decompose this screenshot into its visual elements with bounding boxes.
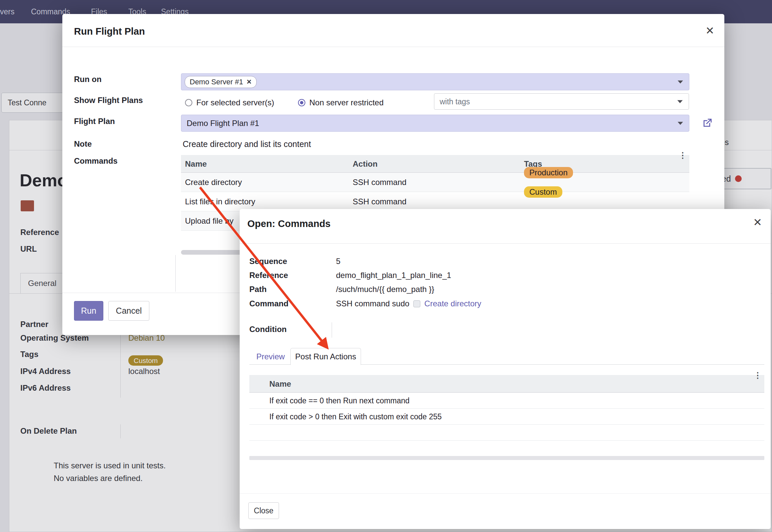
close-icon[interactable]: ✕ [753,217,762,228]
condition-field-rule [332,322,332,338]
radio-non-server-restricted-label[interactable]: Non server restricted [309,97,384,108]
modal-header-divider [62,47,724,47]
row-name: Create directory [185,173,242,192]
table-row-empty [249,425,764,441]
close-icon[interactable]: ✕ [705,25,714,36]
table-row[interactable]: If exit code > 0 then Exit with custom e… [249,409,764,425]
modal-footer-divider [240,493,771,494]
modal-header-divider [240,243,771,244]
note-label: Note [74,139,92,149]
radio-for-selected-servers-label[interactable]: For selected server(s) [196,97,274,108]
col-name: Name [269,375,291,393]
sequence-label: Sequence [249,256,287,267]
row-name: If exit code > 0 then Exit with custom e… [269,409,442,425]
chip-remove-icon[interactable]: ✕ [246,78,252,86]
create-directory-link[interactable]: Create directory [424,299,481,308]
commands-table-header: Name Action Tags ⋮ [181,155,689,173]
run-button[interactable]: Run [74,301,103,321]
command-value: SSH command sudo [336,299,409,308]
post-run-table-header: Name ⋮ [249,375,764,393]
radio-for-selected-servers[interactable] [185,99,192,106]
tab-post-run-actions[interactable]: Post Run Actions [290,348,361,365]
command-label: Command [249,298,288,309]
row-name: If exit code == 0 then Run next command [269,393,410,409]
screen: vers Commands Files Tools Settings Test … [0,0,772,532]
note-value: Create directory and list its content [183,139,311,149]
table-row[interactable]: List files in directory SSH command Cust… [181,192,689,211]
server-chip-label: Demo Server #1 [190,78,243,86]
open-modal-title: Open: Commands [247,218,331,229]
sequence-value: 5 [336,256,340,267]
with-tags-select[interactable]: with tags [434,93,689,110]
condition-label: Condition [249,324,287,335]
row-action: SSH command [353,192,406,211]
left-rule [175,255,176,292]
flight-plan-select[interactable]: Demo Flight Plan #1 [181,115,689,132]
commands-label: Commands [74,156,118,166]
row-name: List files in directory [185,192,255,211]
run-modal-title: Run Flight Plan [74,26,145,37]
horizontal-scrollbar[interactable] [249,456,764,460]
run-on-label: Run on [74,74,102,85]
chevron-down-icon[interactable] [678,80,683,83]
close-button[interactable]: Close [248,502,279,519]
table-row[interactable]: If exit code == 0 then Run next command [249,393,764,409]
reference-value: demo_flight_plan_1_plan_line_1 [336,270,451,281]
kebab-menu-icon[interactable]: ⋮ [754,366,762,384]
post-run-actions-table: Name ⋮ If exit code == 0 then Run next c… [249,375,764,441]
path-value: /such/much/{{ demo_path }} [336,284,434,295]
col-action: Action [353,155,378,173]
chevron-down-icon[interactable] [678,122,683,125]
chevron-down-icon[interactable] [677,100,683,103]
external-link-icon[interactable] [702,117,713,130]
show-flight-plans-label: Show Flight Plans [74,95,143,106]
row-tag-badge: Production [524,167,573,178]
flight-plan-label: Flight Plan [74,116,115,127]
path-label: Path [249,284,267,295]
flight-plan-value: Demo Flight Plan #1 [187,119,259,128]
with-tags-value: with tags [440,97,470,106]
kebab-menu-icon[interactable]: ⋮ [679,146,687,164]
row-action: SSH command [353,173,406,192]
row-name: Upload file by [185,211,233,231]
cancel-button[interactable]: Cancel [108,301,149,321]
col-name: Name [185,155,207,173]
command-value-row: SSH command sudo Create directory [336,298,481,310]
run-on-tags-input[interactable]: Demo Server #1 ✕ [181,73,689,90]
reference-label: Reference [249,270,288,281]
radio-non-server-restricted[interactable] [298,99,305,106]
row-tag-badge: Custom [524,186,562,198]
table-row[interactable]: Create directory SSH command Production [181,173,689,192]
server-chip[interactable]: Demo Server #1 ✕ [185,76,257,88]
open-commands-modal: Open: Commands ✕ Sequence 5 Reference de… [240,209,771,529]
command-checkbox[interactable] [413,300,420,307]
